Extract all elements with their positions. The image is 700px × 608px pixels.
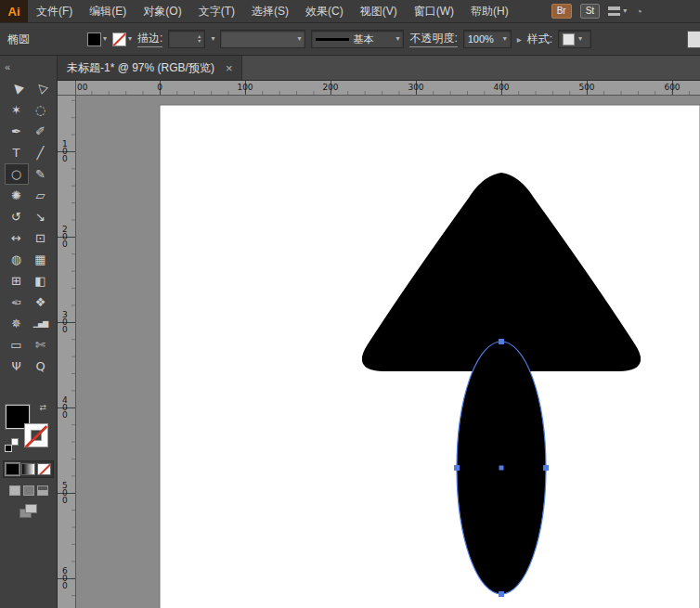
illustrator-window: Ai 文件(F) 编辑(E) 对象(O) 文字(T) 选择(S) 效果(C) 视… (0, 0, 700, 608)
anchor-left[interactable] (454, 465, 460, 471)
anchor-top[interactable] (499, 339, 504, 344)
paintbrush-tool[interactable]: ✐ (29, 121, 53, 142)
drawing-mode-buttons (9, 485, 48, 496)
stock-button[interactable]: St (580, 4, 600, 19)
menu-window[interactable]: 窗口(W) (406, 0, 462, 22)
paint-style-buttons (3, 460, 54, 478)
selection-tool[interactable]: ▶ (5, 78, 29, 99)
center-point[interactable] (499, 466, 504, 471)
slice-tool[interactable]: ✄ (29, 334, 53, 356)
stroke-color-dropdown[interactable]: ▾ (112, 32, 132, 46)
stroke-panel-link[interactable]: 描边: (137, 31, 162, 47)
hand-tool[interactable]: Ψ (5, 356, 29, 377)
column-graph-tool[interactable]: ▁▄▆ (29, 313, 53, 334)
draw-inside-mode-button[interactable] (37, 485, 48, 496)
pencil-tool[interactable]: ✎ (29, 163, 53, 185)
eraser-tool[interactable]: ▱ (29, 185, 53, 206)
type-tool[interactable]: T (5, 142, 29, 163)
draw-normal-mode-button[interactable] (9, 485, 20, 496)
mesh-tool[interactable]: ⊞ (5, 270, 29, 291)
line-segment-tool[interactable]: ╱ (29, 142, 53, 163)
width-profile-dropdown[interactable]: ▾ (220, 30, 305, 48)
menu-edit[interactable]: 编辑(E) (81, 0, 135, 22)
default-fill-stroke-icon[interactable] (5, 438, 19, 452)
scale-tool[interactable]: ↘ (29, 206, 53, 227)
opacity-panel-link[interactable]: 不透明度: (409, 31, 457, 47)
ruler-label: 400 (62, 396, 71, 419)
perspective-grid-tool[interactable]: ▦ (29, 249, 53, 270)
pen-tool[interactable]: ✒ (5, 121, 29, 142)
chevron-down-icon: ▾ (623, 7, 627, 15)
menu-help[interactable]: 帮助(H) (462, 0, 517, 22)
menu-type[interactable]: 文字(T) (190, 0, 243, 22)
anchor-bottom[interactable] (499, 591, 504, 597)
width-tool[interactable]: ↔ (5, 227, 29, 249)
ruler-label: 00 (77, 83, 87, 92)
ellipse-tool[interactable]: ○ (5, 163, 29, 185)
gradient-tool[interactable]: ◧ (29, 270, 53, 291)
fill-color-dropdown[interactable]: ▾ (87, 32, 107, 46)
menu-object[interactable]: 对象(O) (135, 0, 189, 22)
blob-brush-tool[interactable]: ✺ (5, 185, 29, 206)
ruler-label: 600 (664, 83, 680, 92)
none-button[interactable] (37, 463, 51, 475)
style-dropdown[interactable]: ▾ (558, 30, 591, 48)
style-label: 样式: (527, 32, 552, 47)
control-bar-edge-swatch[interactable] (687, 31, 700, 48)
blend-tool[interactable]: ❖ (29, 291, 53, 313)
swap-fill-stroke-icon[interactable]: ⇄ (40, 403, 47, 412)
ruler-label: 300 (408, 83, 423, 92)
vertical-ruler[interactable]: 100 200 300 400 500 600 (58, 96, 76, 608)
ruler-label: 300 (62, 311, 71, 333)
menu-select[interactable]: 选择(S) (243, 0, 297, 22)
opacity-dropdown[interactable]: 100% ▾ (463, 30, 512, 48)
ruler-label: 0 (157, 83, 162, 92)
chevron-down-icon: ▾ (211, 35, 214, 43)
chevron-down-icon: ▾ (578, 35, 582, 43)
shape-builder-tool[interactable]: ◍ (5, 249, 29, 270)
menu-view[interactable]: 视图(V) (352, 0, 406, 22)
rotate-tool[interactable]: ↺ (5, 206, 29, 227)
close-tab-icon[interactable]: × (226, 61, 233, 75)
color-button[interactable] (6, 463, 19, 475)
screen-mode-button[interactable] (19, 504, 38, 519)
brush-definition-dropdown[interactable]: 基本 ▾ (311, 30, 404, 48)
stroke-weight-stepper[interactable]: ▴ ▾ (198, 34, 201, 44)
ruler-origin-corner[interactable] (58, 81, 76, 96)
artboard-tool[interactable]: ▭ (5, 334, 29, 356)
menu-effect[interactable]: 效果(C) (297, 0, 352, 22)
stroke-weight-input[interactable]: ▴ ▾ (168, 30, 205, 48)
horizontal-ruler[interactable]: 00 0 100 200 300 400 500 600 (76, 81, 700, 96)
document-tab[interactable]: 未标题-1* @ 97% (RGB/预览) × (58, 56, 242, 80)
chevron-down-icon: ▾ (297, 35, 301, 43)
symbol-sprayer-tool[interactable]: ✵ (5, 313, 29, 334)
eyedropper-tool[interactable]: ✑ (5, 291, 29, 313)
canvas[interactable] (76, 96, 700, 608)
zoom-tool[interactable]: Q (29, 356, 53, 377)
fill-color-swatch (87, 32, 101, 46)
anchor-right[interactable] (543, 465, 549, 471)
bridge-button[interactable]: Br (551, 4, 572, 19)
more-options-arrow[interactable]: ▸ (517, 34, 522, 45)
stroke-color-indicator[interactable] (24, 423, 48, 447)
stepper-down-icon[interactable]: ▾ (198, 39, 201, 44)
menu-file[interactable]: 文件(F) (28, 0, 81, 22)
lasso-tool[interactable]: ◌ (29, 99, 53, 121)
style-swatch (563, 33, 575, 45)
magic-wand-tool[interactable]: ✶ (5, 99, 29, 121)
brush-definition-label: 基本 (353, 32, 392, 46)
gradient-button[interactable] (21, 463, 35, 475)
draw-behind-mode-button[interactable] (23, 485, 34, 496)
chevron-down-icon: ▾ (128, 35, 132, 43)
chevron-down-icon: ▾ (503, 35, 507, 43)
opacity-value: 100% (468, 33, 499, 45)
workspace-switcher[interactable]: ▾ (608, 6, 627, 16)
stroke-preview-line (316, 38, 349, 41)
cs-live-icon[interactable]: ◔ (635, 5, 642, 19)
collapse-panel-button[interactable]: « (5, 61, 10, 72)
stroke-weight-dropdown[interactable]: ▾ (211, 35, 214, 43)
control-bar: 椭圆 ▾ ▾ 描边: ▴ ▾ ▾ ▾ 基本 ▾ 不透 (0, 23, 700, 56)
free-transform-tool[interactable]: ⊡ (29, 227, 53, 249)
chevron-down-icon: ▾ (103, 35, 107, 43)
direct-selection-tool[interactable]: ▷ (29, 78, 53, 99)
